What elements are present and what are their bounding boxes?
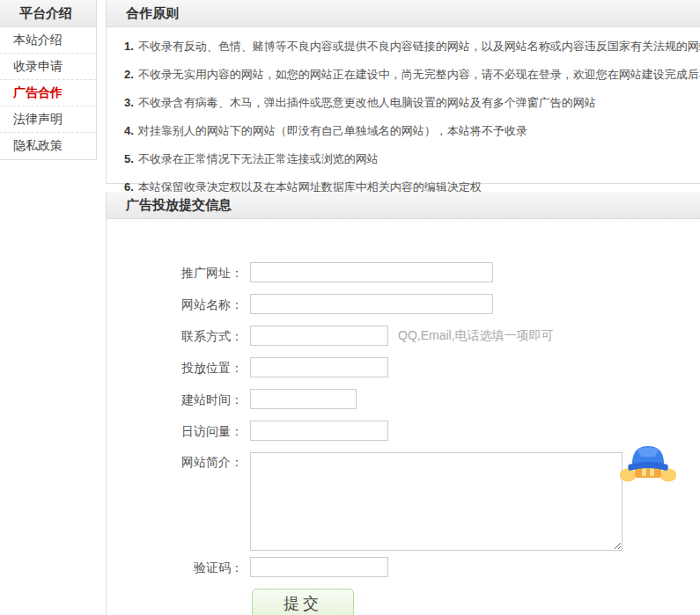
- principle-number: 2.: [124, 68, 134, 81]
- sidebar-item-site-intro[interactable]: 本站介绍: [0, 27, 96, 54]
- peeking-mascot-icon: [620, 442, 676, 482]
- principle-number: 5.: [124, 152, 134, 165]
- site-name-input[interactable]: [250, 294, 493, 314]
- principle-item: 4.对挂靠别人的网站下的网站（即没有自己单独域名的网站），本站将不予收录: [124, 123, 692, 139]
- sidebar-item-legal-notice[interactable]: 法律声明: [0, 106, 96, 133]
- site-name-label: 网站名称：: [107, 295, 243, 314]
- submit-button[interactable]: 提交: [252, 589, 354, 615]
- promo-url-input[interactable]: [250, 262, 493, 282]
- form-row-promo-url: 推广网址：: [107, 262, 700, 282]
- form-row-contact: 联系方式： QQ,Email,电话选填一项即可: [107, 326, 700, 346]
- principle-text: 不收录无实用内容的网站，如您的网站正在建设中，尚无完整内容，请不必现在登录，欢迎…: [138, 68, 700, 81]
- principle-item: 3.不收录含有病毒、木马，弹出插件或恶意更改他人电脑设置的网站及有多个弹窗广告的…: [124, 95, 692, 111]
- principle-text: 不收录在正常情况下无法正常连接或浏览的网站: [138, 152, 379, 165]
- sidebar: 平台介绍 本站介绍 收录申请 广告合作 法律声明 隐私政策: [0, 0, 97, 160]
- principle-text: 不收录有反动、色情、赌博等不良内容或提供不良内容链接的网站，以及网站名称或内容违…: [138, 40, 700, 53]
- principle-number: 4.: [124, 124, 134, 137]
- contact-label: 联系方式：: [107, 326, 243, 346]
- site-intro-textarea[interactable]: [250, 452, 623, 551]
- sidebar-item-inclusion-apply[interactable]: 收录申请: [0, 54, 96, 80]
- principle-text: 对挂靠别人的网站下的网站（即没有自己单独域名的网站），本站将不予收录: [138, 124, 527, 137]
- form-row-placement: 投放位置：: [107, 357, 700, 377]
- form-row-site-intro: 网站简介：: [107, 452, 700, 551]
- principle-item: 2.不收录无实用内容的网站，如您的网站正在建设中，尚无完整内容，请不必现在登录，…: [124, 67, 692, 83]
- form-row-captcha: 验证码：: [107, 557, 700, 577]
- ad-form-title: 广告投放提交信息: [126, 197, 232, 212]
- principle-number: 1.: [124, 40, 134, 53]
- daily-visits-label: 日访问量：: [107, 421, 243, 441]
- principles-header: 合作原则: [107, 0, 700, 27]
- captcha-label: 验证码：: [107, 558, 243, 577]
- sidebar-item-ad-cooperation[interactable]: 广告合作: [0, 80, 96, 106]
- ad-submission-form: 推广网址： 网站名称： 联系方式： QQ,Email,电话选填一项即可 投放位置…: [107, 262, 700, 615]
- sidebar-title: 平台介绍: [19, 5, 72, 20]
- principles-title: 合作原则: [126, 5, 179, 20]
- captcha-input[interactable]: [250, 557, 388, 577]
- site-created-input[interactable]: [250, 389, 357, 409]
- form-row-site-created: 建站时间：: [107, 389, 700, 409]
- principles-list: 1.不收录有反动、色情、赌博等不良内容或提供不良内容链接的网站，以及网站名称或内…: [107, 27, 700, 195]
- principle-item: 5.不收录在正常情况下无法正常连接或浏览的网站: [124, 151, 692, 167]
- sidebar-item-privacy-policy[interactable]: 隐私政策: [0, 133, 96, 159]
- placement-input[interactable]: [250, 357, 388, 377]
- placement-label: 投放位置：: [107, 358, 243, 377]
- principle-number: 3.: [124, 96, 134, 109]
- principles-panel: 合作原则 1.不收录有反动、色情、赌博等不良内容或提供不良内容链接的网站，以及网…: [106, 0, 700, 184]
- sidebar-header: 平台介绍: [0, 0, 96, 27]
- ad-form-header: 广告投放提交信息: [107, 192, 700, 219]
- form-row-site-name: 网站名称：: [107, 294, 700, 314]
- site-intro-label: 网站简介：: [107, 452, 243, 472]
- site-created-label: 建站时间：: [107, 390, 243, 409]
- contact-hint: QQ,Email,电话选填一项即可: [398, 328, 554, 344]
- daily-visits-input[interactable]: [250, 421, 388, 441]
- form-row-daily-visits: 日访问量：: [107, 421, 700, 441]
- ad-form-panel: 广告投放提交信息 推广网址： 网站名称： 联系方式： QQ,Email,电话选填…: [106, 192, 700, 615]
- promo-url-label: 推广网址：: [107, 263, 243, 282]
- principle-text: 不收录含有病毒、木马，弹出插件或恶意更改他人电脑设置的网站及有多个弹窗广告的网站: [138, 96, 596, 109]
- submit-row: 提交: [107, 589, 700, 615]
- contact-input[interactable]: [250, 326, 388, 346]
- principle-item: 1.不收录有反动、色情、赌博等不良内容或提供不良内容链接的网站，以及网站名称或内…: [124, 39, 692, 55]
